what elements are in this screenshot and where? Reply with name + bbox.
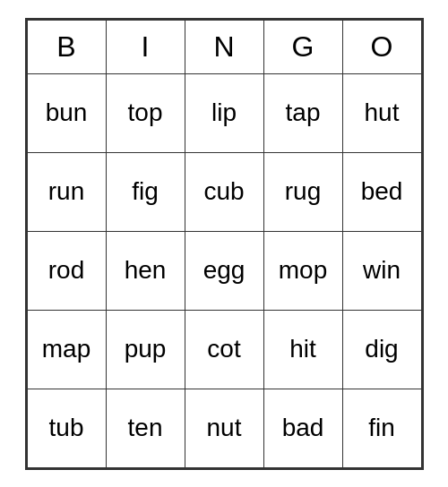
cell-r0-c3: tap <box>263 73 342 152</box>
cell-r2-c3: mop <box>263 231 342 310</box>
header-row: BINGO <box>27 20 421 73</box>
cell-r4-c1: ten <box>106 389 185 467</box>
bingo-body: buntopliptaphutrunfigcubrugbedrodheneggm… <box>27 73 421 467</box>
cell-r1-c0: run <box>27 152 106 231</box>
cell-r4-c2: nut <box>185 389 263 467</box>
header-col-i: I <box>106 20 185 73</box>
table-row: rodheneggmopwin <box>27 231 421 310</box>
bingo-table: BINGO buntopliptaphutrunfigcubrugbedrodh… <box>27 20 422 468</box>
cell-r2-c4: win <box>342 231 421 310</box>
cell-r4-c0: tub <box>27 389 106 467</box>
cell-r1-c1: fig <box>106 152 185 231</box>
header-col-b: B <box>27 20 106 73</box>
cell-r1-c3: rug <box>263 152 342 231</box>
cell-r0-c4: hut <box>342 73 421 152</box>
cell-r0-c1: top <box>106 73 185 152</box>
cell-r2-c2: egg <box>185 231 263 310</box>
header-col-o: O <box>342 20 421 73</box>
header-col-g: G <box>263 20 342 73</box>
header-col-n: N <box>185 20 263 73</box>
cell-r3-c3: hit <box>263 310 342 389</box>
table-row: runfigcubrugbed <box>27 152 421 231</box>
cell-r4-c4: fin <box>342 389 421 467</box>
cell-r3-c2: cot <box>185 310 263 389</box>
cell-r2-c0: rod <box>27 231 106 310</box>
table-row: buntopliptaphut <box>27 73 421 152</box>
bingo-card: BINGO buntopliptaphutrunfigcubrugbedrodh… <box>25 18 424 470</box>
table-row: mappupcothitdig <box>27 310 421 389</box>
cell-r2-c1: hen <box>106 231 185 310</box>
cell-r3-c0: map <box>27 310 106 389</box>
table-row: tubtennutbadfin <box>27 389 421 467</box>
cell-r4-c3: bad <box>263 389 342 467</box>
cell-r1-c2: cub <box>185 152 263 231</box>
cell-r3-c4: dig <box>342 310 421 389</box>
cell-r1-c4: bed <box>342 152 421 231</box>
cell-r0-c2: lip <box>185 73 263 152</box>
cell-r0-c0: bun <box>27 73 106 152</box>
cell-r3-c1: pup <box>106 310 185 389</box>
